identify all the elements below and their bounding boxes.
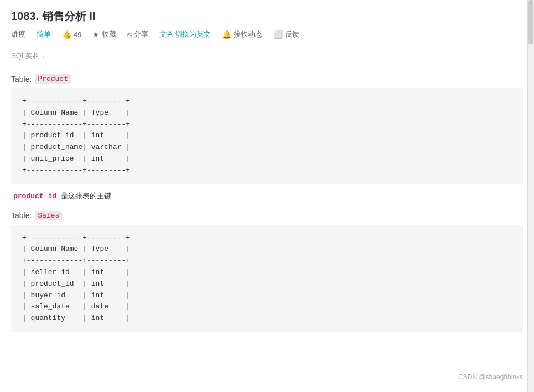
breadcrumb-link[interactable]: SQL架构 <box>11 51 40 61</box>
product-note: product_id 是这张表的主键 <box>11 188 523 203</box>
header-section: 1083. 销售分析 II 难度 简单 👍 49 ★ 收藏 ⎋ 分享 文A 切换… <box>0 0 534 45</box>
bell-icon: 🔔 <box>222 30 231 39</box>
product-schema-block: +-------------+---------+ | Column Name … <box>11 88 523 184</box>
like-button[interactable]: 👍 49 <box>62 30 81 39</box>
switch-lang-button[interactable]: 文A 切换为英文 <box>159 29 210 39</box>
scrollbar-thumb[interactable] <box>528 0 533 44</box>
difficulty-label: 难度 <box>11 29 25 39</box>
sales-schema-block: +-------------+---------+ | Column Name … <box>11 225 523 332</box>
feedback-icon: ⬜ <box>273 30 283 39</box>
breadcrumb: SQL架构 › <box>0 45 534 66</box>
toolbar: 难度 简单 👍 49 ★ 收藏 ⎋ 分享 文A 切换为英文 🔔 接收动态 <box>11 29 523 39</box>
like-icon: 👍 <box>62 30 71 39</box>
content-section: Table: Product +-------------+---------+… <box>0 74 534 347</box>
scrollbar[interactable] <box>527 0 534 347</box>
sales-table-label: Table: Sales <box>11 211 523 220</box>
sales-schema-text: +-------------+---------+ | Column Name … <box>22 233 512 324</box>
collect-button[interactable]: ★ 收藏 <box>92 29 116 39</box>
product-table-label: Table: Product <box>11 74 523 84</box>
feedback-button[interactable]: ⬜ 反馈 <box>273 29 299 39</box>
notify-button[interactable]: 🔔 接收动态 <box>222 29 262 39</box>
page-wrapper: 1083. 销售分析 II 难度 简单 👍 49 ★ 收藏 ⎋ 分享 文A 切换… <box>0 0 534 347</box>
sales-table-name: Sales <box>35 211 62 220</box>
product-table-name: Product <box>35 74 71 84</box>
star-icon: ★ <box>92 30 100 39</box>
difficulty-value: 简单 <box>37 29 51 39</box>
product-schema-text: +-------------+---------+ | Column Name … <box>22 96 512 177</box>
share-button[interactable]: ⎋ 分享 <box>127 29 148 39</box>
share-icon: ⎋ <box>127 30 132 39</box>
product-id-keyword: product_id <box>13 192 56 200</box>
translate-icon: 文A <box>159 29 172 39</box>
breadcrumb-separator: › <box>42 52 44 60</box>
page-title: 1083. 销售分析 II <box>11 9 523 24</box>
